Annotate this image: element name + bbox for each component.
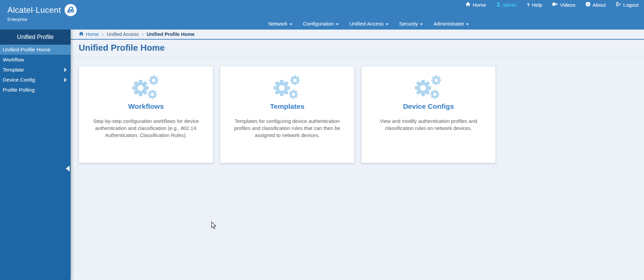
sidebar-item-template[interactable]: Template xyxy=(0,65,71,75)
utility-about-link[interactable]: About xyxy=(585,2,606,8)
menu-configuration[interactable]: Configuration xyxy=(303,21,339,27)
utility-logout-link[interactable]: Logout xyxy=(616,2,639,8)
breadcrumb: Home > Unified Access > Unified Profile … xyxy=(71,30,644,40)
page-header: Unified Profile Home xyxy=(71,40,644,58)
utility-admin-link[interactable]: admin xyxy=(496,2,517,8)
home-icon xyxy=(465,2,470,8)
card-workflows-title[interactable]: Workflows xyxy=(79,102,213,110)
breadcrumb-separator: > xyxy=(102,32,104,37)
brand: Alcatel·Lucent Enterprise xyxy=(7,4,77,22)
sidebar-item-unified-profile-home[interactable]: Unified Profile Home xyxy=(0,45,71,55)
page-title: Unified Profile Home xyxy=(79,43,636,53)
breadcrumb-home-link[interactable]: Home xyxy=(79,31,99,37)
card-templates[interactable]: Templates Templates for configuring devi… xyxy=(220,66,354,163)
brand-name: Alcatel·Lucent xyxy=(7,5,61,15)
main-menu: Network Configuration Unified Access Sec… xyxy=(268,21,469,27)
breadcrumb-current: Unified Profile Home xyxy=(147,32,195,37)
chevron-down-icon xyxy=(386,24,388,25)
sidebar-item-workflow[interactable]: Workflow xyxy=(0,55,71,65)
brand-subtitle: Enterprise xyxy=(7,17,77,22)
chevron-down-icon xyxy=(336,24,339,25)
menu-unified-access[interactable]: Unified Access xyxy=(349,21,388,27)
utility-links: Home admin ? Help Videos About xyxy=(465,2,639,8)
card-templates-description: Templates for configuring device authent… xyxy=(230,118,344,139)
top-bar: Alcatel·Lucent Enterprise Home admin ? xyxy=(0,0,644,30)
home-icon xyxy=(79,31,84,37)
user-icon xyxy=(496,2,501,8)
sidebar-title: Unified Profile xyxy=(0,30,71,45)
menu-security[interactable]: Security xyxy=(399,21,423,27)
logout-icon xyxy=(616,2,621,8)
sidebar-collapse-button[interactable] xyxy=(66,166,70,172)
menu-network[interactable]: Network xyxy=(268,21,292,27)
video-icon xyxy=(552,2,558,8)
chevron-down-icon xyxy=(420,24,423,25)
utility-help-link[interactable]: ? Help xyxy=(527,2,542,8)
gears-icon xyxy=(414,75,443,99)
chevron-right-icon xyxy=(63,78,66,82)
chevron-down-icon xyxy=(466,24,469,25)
card-device-configs-description: View and modify authentication profiles … xyxy=(372,118,485,132)
gears-icon xyxy=(131,75,160,99)
breadcrumb-unified-access[interactable]: Unified Access xyxy=(107,32,139,37)
chevron-down-icon xyxy=(290,24,292,25)
sidebar-item-device-config[interactable]: Device Config xyxy=(0,75,71,85)
card-templates-title[interactable]: Templates xyxy=(220,102,354,110)
breadcrumb-separator: > xyxy=(141,32,144,37)
utility-home-link[interactable]: Home xyxy=(465,2,486,8)
main-content: Home > Unified Access > Unified Profile … xyxy=(71,30,644,280)
alcatel-lucent-logo-icon xyxy=(64,4,77,16)
sidebar: Unified Profile Unified Profile Home Wor… xyxy=(0,30,71,280)
card-workflows[interactable]: Workflows Step-by-step configuration wor… xyxy=(79,66,213,163)
sidebar-item-profile-polling[interactable]: Profile Polling xyxy=(0,85,71,95)
utility-videos-link[interactable]: Videos xyxy=(552,2,575,8)
info-icon xyxy=(585,2,591,8)
card-device-configs[interactable]: Device Configs View and modify authentic… xyxy=(361,66,496,163)
card-workflows-description: Step-by-step configuration workflows for… xyxy=(89,118,203,139)
gears-icon xyxy=(273,75,302,99)
chevron-right-icon xyxy=(63,68,66,72)
menu-administrator[interactable]: Administrator xyxy=(433,21,469,27)
card-device-configs-title[interactable]: Device Configs xyxy=(362,102,495,110)
card-grid: Workflows Step-by-step configuration wor… xyxy=(71,58,644,163)
help-icon: ? xyxy=(527,2,530,8)
